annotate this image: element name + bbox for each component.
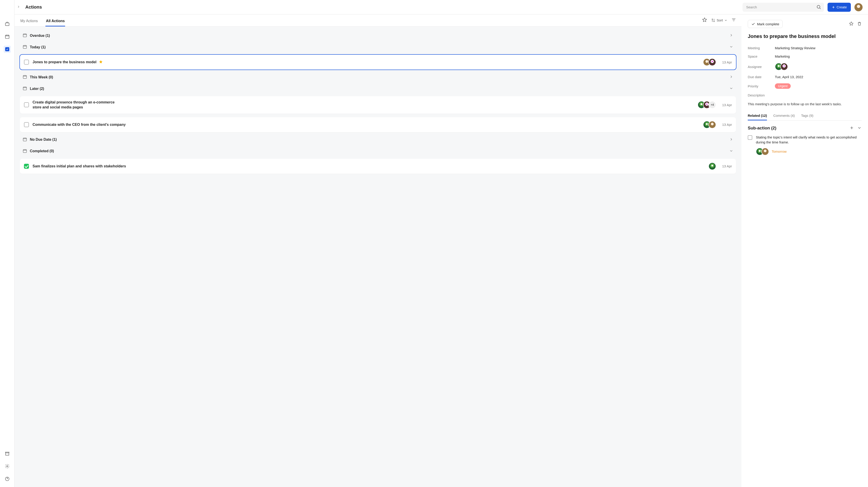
tab-my-actions[interactable]: My Actions [20, 16, 38, 26]
tab-comments[interactable]: Comments (4) [773, 111, 795, 120]
svg-rect-1 [5, 35, 9, 39]
help-icon [5, 476, 10, 481]
section-title: Overdue (1) [30, 34, 50, 38]
chevron-right-icon [729, 137, 733, 142]
action-card[interactable]: Create digital presence through an e-com… [20, 96, 736, 113]
assignee-avatars[interactable] [756, 148, 769, 155]
due-date: 13 Apr [719, 123, 732, 127]
sidenav-briefcase[interactable] [4, 20, 11, 28]
subaction-due: Tomorrow [772, 150, 786, 153]
subactions-title: Sub-action (2) [748, 126, 776, 131]
detail-title: Jones to prepare the business model [748, 33, 862, 39]
section-no-due[interactable]: No Due Date (1) [20, 135, 736, 144]
list-panel: My Actions All Actions Sort [14, 14, 741, 487]
section-this-week[interactable]: This Week (0) [20, 72, 736, 82]
section-title: This Week (0) [30, 75, 53, 79]
field-meeting: Meeting Marketing Strategy Review [748, 44, 862, 52]
filter-icon[interactable] [732, 18, 736, 23]
checkbox[interactable] [24, 102, 29, 107]
sidenav [0, 0, 14, 487]
section-completed[interactable]: Completed (0) [20, 147, 736, 156]
action-card-selected[interactable]: Jones to prepare the business model 13 A… [20, 55, 736, 70]
due-date: 13 Apr [719, 164, 732, 168]
svg-point-3 [6, 465, 8, 467]
svg-rect-8 [23, 75, 27, 78]
calendar-icon [23, 74, 27, 80]
field-label: Due date [748, 75, 775, 79]
search-icon[interactable] [816, 4, 821, 10]
subaction-item[interactable]: Stating the topic's intent will clarify … [748, 133, 862, 157]
tab-tags[interactable]: Tags (9) [801, 111, 813, 120]
field-value[interactable]: Tue, April 13, 2022 [775, 75, 862, 79]
section-later[interactable]: Later (2) [20, 84, 736, 94]
create-button[interactable]: Create [828, 3, 851, 12]
calendar-icon [23, 86, 27, 91]
assignee-avatars[interactable] [775, 63, 862, 70]
section-title: Today (1) [30, 45, 46, 49]
field-assignee: Assignee [748, 61, 862, 73]
search-input[interactable] [743, 3, 824, 12]
user-avatar[interactable] [855, 3, 863, 11]
tab-all-actions[interactable]: All Actions [45, 16, 65, 26]
sidenav-calendar[interactable] [4, 33, 11, 40]
avatar [761, 148, 769, 155]
topbar: Actions Create [14, 0, 868, 14]
collapse-subactions-icon[interactable] [857, 126, 862, 131]
svg-rect-10 [23, 138, 27, 141]
action-title: Communicate with the CEO from the client… [33, 123, 126, 127]
field-label: Priority [748, 84, 775, 88]
breadcrumb-chevron-icon [17, 5, 20, 9]
action-title: Create digital presence through an e-com… [33, 100, 119, 110]
checkbox[interactable] [24, 60, 29, 65]
field-value[interactable]: Marketing [775, 55, 862, 58]
trash-icon[interactable] [857, 22, 862, 27]
field-description: Description [748, 91, 862, 99]
sidenav-actions[interactable] [4, 45, 11, 53]
avatar [780, 63, 788, 70]
assignee-avatars[interactable] [703, 58, 716, 66]
calendar-icon [23, 33, 27, 38]
svg-rect-6 [23, 34, 27, 37]
svg-rect-2 [5, 47, 9, 51]
page-title: Actions [25, 4, 42, 10]
sidenav-settings[interactable] [4, 463, 11, 470]
star-icon[interactable] [99, 60, 103, 65]
field-label: Space [748, 55, 775, 58]
description-text[interactable]: This meeting's purpose is to follow up o… [748, 102, 862, 107]
mark-complete-button[interactable]: Mark complete [748, 20, 782, 28]
checkbox[interactable] [748, 135, 752, 140]
sidenav-help[interactable] [4, 475, 11, 483]
detail-tabs: Related (12) Comments (4) Tags (9) [748, 111, 862, 121]
detail-panel: Mark complete Jones to prepare the busin… [741, 14, 868, 487]
priority-pill[interactable]: Urgent [775, 83, 791, 89]
sidenav-store[interactable] [4, 450, 11, 457]
add-subaction-icon[interactable] [849, 126, 854, 131]
calendar-icon [5, 34, 10, 39]
checkbox-icon [5, 47, 10, 52]
section-today[interactable]: Today (1) [20, 42, 736, 52]
chevron-down-icon [724, 19, 727, 22]
sort-label: Sort [717, 18, 723, 22]
field-priority: Priority Urgent [748, 81, 862, 91]
calendar-icon [23, 149, 27, 154]
action-card-completed[interactable]: Sam finalizes initial plan and shares wi… [20, 159, 736, 174]
assignee-avatars[interactable]: +4 [698, 101, 716, 109]
gear-icon [5, 464, 10, 469]
chevron-down-icon [729, 149, 733, 154]
favorite-icon[interactable] [702, 18, 707, 23]
checkbox[interactable] [24, 122, 29, 127]
due-date: 13 Apr [719, 60, 732, 64]
sort-button[interactable]: Sort [711, 18, 727, 22]
action-card[interactable]: Communicate with the CEO from the client… [20, 117, 736, 132]
assignee-avatars[interactable] [708, 162, 716, 170]
chevron-down-icon [729, 45, 733, 50]
assignee-avatars[interactable] [703, 121, 716, 129]
checkbox-checked[interactable] [24, 164, 29, 169]
favorite-icon[interactable] [849, 22, 854, 27]
chevron-down-icon [729, 86, 733, 91]
create-button-label: Create [837, 5, 847, 9]
section-overdue[interactable]: Overdue (1) [20, 31, 736, 40]
tab-related[interactable]: Related (12) [748, 111, 767, 120]
due-date: 13 Apr [719, 103, 732, 107]
field-value[interactable]: Marketing Strategy Review [775, 46, 862, 50]
